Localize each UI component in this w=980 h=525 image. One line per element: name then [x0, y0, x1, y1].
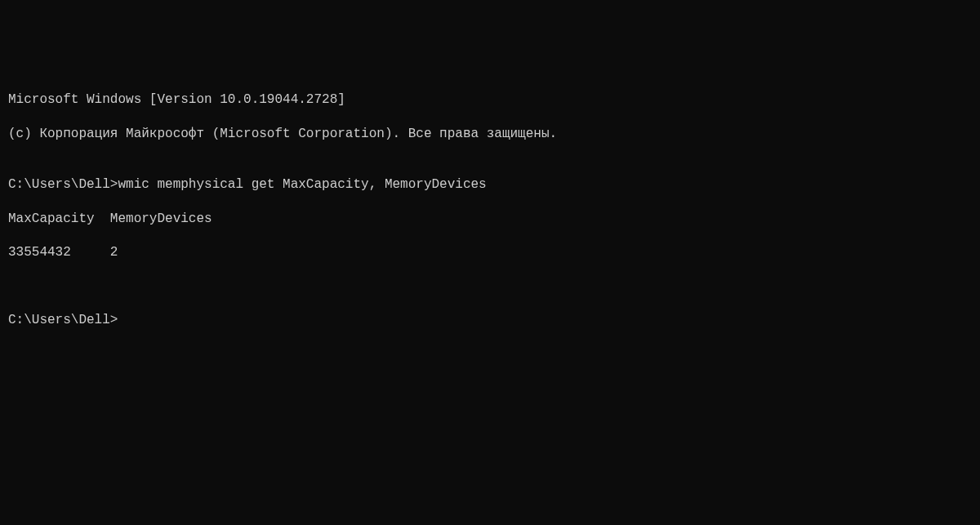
output-headers: MaxCapacity MemoryDevices	[8, 211, 972, 228]
current-prompt-line[interactable]: C:\Users\Dell>	[8, 312, 972, 329]
terminal-window[interactable]: Microsoft Windows [Version 10.0.19044.27…	[8, 74, 972, 525]
command-text: wmic memphysical get MaxCapacity, Memory…	[118, 177, 486, 192]
prompt-path: C:\Users\Dell>	[8, 313, 118, 327]
windows-version-line: Microsoft Windows [Version 10.0.19044.27…	[8, 91, 972, 109]
prompt-path: C:\Users\Dell>	[8, 177, 118, 192]
copyright-line: (c) Корпорация Майкрософт (Microsoft Cor…	[8, 126, 972, 143]
command-line: C:\Users\Dell>wmic memphysical get MaxCa…	[8, 176, 972, 194]
output-values: 33554432 2	[8, 244, 972, 261]
